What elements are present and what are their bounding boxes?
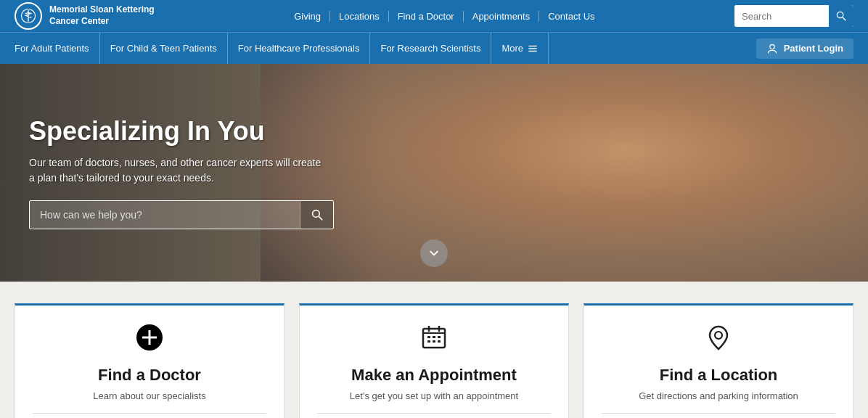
appointment-desc: Let's get you set up with an appointment <box>350 390 518 401</box>
appointment-icon <box>419 323 449 358</box>
svg-rect-18 <box>438 336 441 338</box>
top-search-box <box>734 5 853 27</box>
hero-content: Specializing In You Our team of doctors,… <box>0 94 363 251</box>
logo-area: Memorial Sloan Kettering Cancer Center <box>15 2 155 30</box>
scroll-down-button[interactable] <box>420 239 448 267</box>
hero-search-box <box>29 200 334 229</box>
svg-point-7 <box>312 210 319 218</box>
nav-healthcare[interactable]: For Healthcare Professionals <box>228 33 371 65</box>
hero-search-button[interactable] <box>300 201 333 229</box>
svg-point-1 <box>837 12 843 17</box>
hero-subtitle: Our team of doctors, nurses, and other c… <box>29 155 334 186</box>
appointment-title: Make an Appointment <box>351 366 517 385</box>
find-doctor-title: Find a Doctor <box>98 366 201 385</box>
svg-rect-21 <box>438 340 441 343</box>
top-bar: Memorial Sloan Kettering Cancer Center G… <box>0 0 868 32</box>
top-search-input[interactable] <box>734 5 829 27</box>
hero-search-input[interactable] <box>30 209 300 221</box>
locations-link[interactable]: Locations <box>330 11 389 22</box>
find-doctor-icon <box>135 323 164 358</box>
secondary-nav-links: For Adult Patients For Child & Teen Pati… <box>15 33 756 65</box>
appointment-card: Make an Appointment Let's get you set up… <box>299 303 569 418</box>
svg-point-6 <box>769 44 774 49</box>
location-title: Find a Location <box>660 366 778 385</box>
svg-rect-19 <box>427 340 430 343</box>
svg-line-2 <box>843 17 846 20</box>
location-icon <box>704 323 733 358</box>
find-doctor-link[interactable]: Find a Doctor <box>389 11 464 22</box>
logo-icon <box>15 2 42 30</box>
appointments-link[interactable]: Appointments <box>464 11 540 22</box>
nav-research[interactable]: For Research Scientists <box>370 33 491 65</box>
svg-point-22 <box>715 332 722 339</box>
secondary-nav: For Adult Patients For Child & Teen Pati… <box>0 32 868 64</box>
svg-rect-4 <box>528 48 536 49</box>
appointment-divider <box>317 413 551 414</box>
location-card: Find a Location Get directions and parki… <box>584 303 853 418</box>
top-search-button[interactable] <box>829 5 853 27</box>
nav-adult-patients[interactable]: For Adult Patients <box>15 33 100 65</box>
svg-rect-17 <box>433 336 435 338</box>
nav-more-button[interactable]: More <box>491 33 549 65</box>
top-nav: Giving Locations Find a Doctor Appointme… <box>285 11 603 22</box>
cards-section: Find a Doctor Learn about our specialist… <box>0 282 868 418</box>
svg-rect-16 <box>427 336 430 338</box>
location-desc: Get directions and parking information <box>639 390 798 401</box>
logo-text: Memorial Sloan Kettering Cancer Center <box>49 4 155 27</box>
nav-child-teen[interactable]: For Child & Teen Patients <box>100 33 228 65</box>
giving-link[interactable]: Giving <box>285 11 330 22</box>
hero-title: Specializing In You <box>29 116 334 147</box>
svg-rect-20 <box>433 340 435 343</box>
find-doctor-card: Find a Doctor Learn about our specialist… <box>15 303 284 418</box>
hero-section: Specializing In You Our team of doctors,… <box>0 64 868 282</box>
patient-login-button[interactable]: Patient Login <box>756 38 853 59</box>
location-divider <box>602 413 835 414</box>
find-doctor-desc: Learn about our specialists <box>93 390 205 401</box>
contact-us-link[interactable]: Contact Us <box>539 11 603 22</box>
svg-rect-3 <box>528 45 536 46</box>
svg-line-8 <box>319 216 322 220</box>
svg-rect-5 <box>528 50 536 51</box>
find-doctor-divider <box>33 413 266 414</box>
